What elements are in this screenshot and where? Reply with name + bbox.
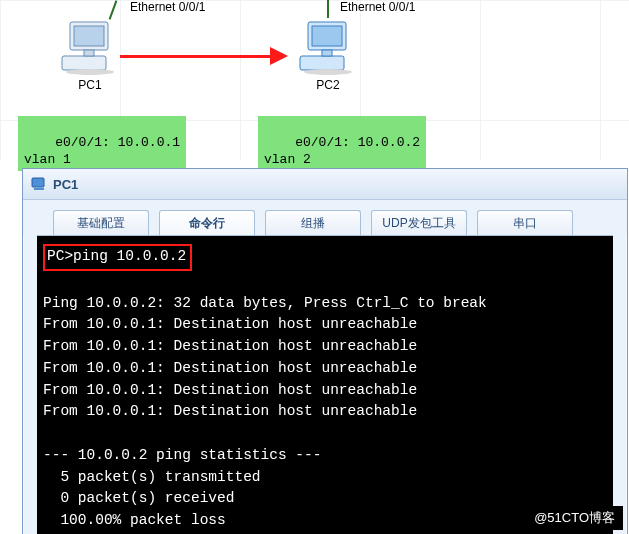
tab-multicast[interactable]: 组播 <box>265 210 361 235</box>
ping-command-highlight: PC>ping 10.0.0.2 <box>43 244 192 271</box>
pc2-eth-label: Ethernet 0/0/1 <box>340 0 415 14</box>
svg-rect-6 <box>312 26 342 46</box>
pc2-label: PC2 <box>293 78 363 92</box>
tab-basic[interactable]: 基础配置 <box>53 210 149 235</box>
topology-canvas: Ethernet 0/0/1 Ethernet 0/0/1 PC1 PC2 e0… <box>0 0 629 160</box>
traffic-arrow <box>120 46 290 66</box>
pc1-label: PC1 <box>55 78 125 92</box>
tab-bar: 基础配置 命令行 组播 UDP发包工具 串口 <box>23 200 627 235</box>
pc-icon <box>298 18 358 76</box>
pc2-node[interactable]: PC2 <box>293 18 363 92</box>
pc-icon <box>60 18 120 76</box>
app-icon <box>31 176 47 192</box>
tab-cli[interactable]: 命令行 <box>159 210 255 235</box>
cli-console[interactable]: PC>ping 10.0.0.2 Ping 10.0.0.2: 32 data … <box>37 235 613 534</box>
pc2-uplink-wire <box>327 0 329 18</box>
watermark: @51CTO博客 <box>526 506 623 530</box>
pc1-config-box: e0/0/1: 10.0.0.1 vlan 1 <box>18 116 186 171</box>
pc2-config-box: e0/0/1: 10.0.0.2 vlan 2 <box>258 116 426 171</box>
pc2-cfg-line1: e0/0/1: 10.0.0.2 <box>295 135 420 150</box>
svg-rect-10 <box>32 178 44 187</box>
svg-rect-3 <box>84 50 94 56</box>
pc1-uplink-wire <box>109 0 118 19</box>
svg-point-4 <box>66 69 114 75</box>
window-titlebar[interactable]: PC1 <box>23 169 627 200</box>
svg-point-9 <box>304 69 352 75</box>
pc1-cfg-line2: vlan 1 <box>24 152 71 167</box>
pc1-cfg-line1: e0/0/1: 10.0.0.1 <box>55 135 180 150</box>
pc1-node[interactable]: PC1 <box>55 18 125 92</box>
pc1-terminal-window: PC1 基础配置 命令行 组播 UDP发包工具 串口 PC>ping 10.0.… <box>22 168 628 534</box>
svg-rect-1 <box>74 26 104 46</box>
svg-rect-8 <box>322 50 332 56</box>
svg-rect-2 <box>62 56 106 70</box>
window-title: PC1 <box>53 177 78 192</box>
svg-rect-11 <box>34 188 44 190</box>
tab-serial[interactable]: 串口 <box>477 210 573 235</box>
pc1-eth-label: Ethernet 0/0/1 <box>130 0 205 14</box>
svg-rect-7 <box>300 56 344 70</box>
tab-udp-tool[interactable]: UDP发包工具 <box>371 210 467 235</box>
pc2-cfg-line2: vlan 2 <box>264 152 311 167</box>
